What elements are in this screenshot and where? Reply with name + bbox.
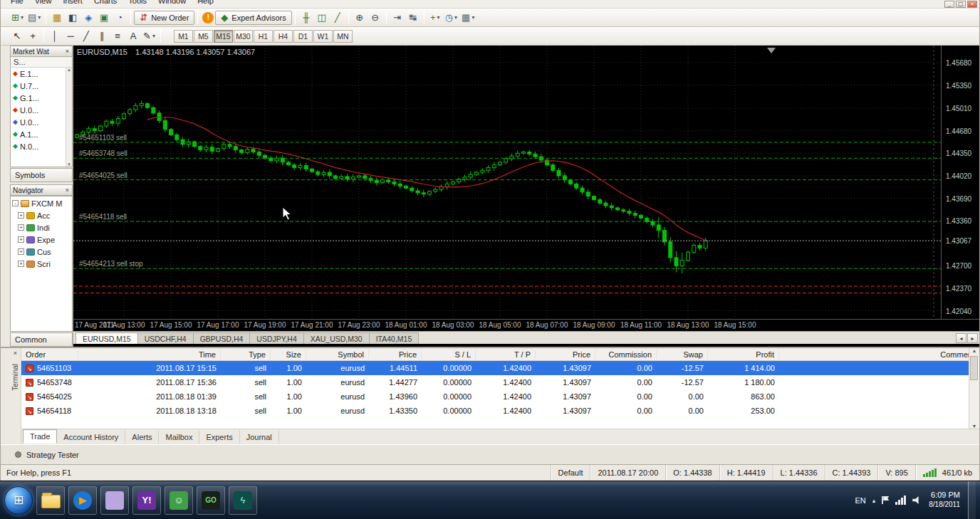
tab-scroll-right-icon[interactable]: ▸ — [967, 333, 978, 343]
common-tab[interactable]: Common — [10, 332, 73, 347]
close-icon[interactable]: × — [13, 350, 18, 357]
tree-expand-icon[interactable]: + — [18, 248, 24, 255]
crosshair-tool[interactable]: + — [25, 29, 41, 43]
templates-button[interactable]: ▦▾ — [459, 11, 476, 25]
menu-window[interactable]: Window — [152, 0, 192, 6]
navigator-item-acc[interactable]: +Acc — [11, 209, 72, 221]
vertical-line-tool[interactable]: │ — [47, 29, 63, 43]
strategy-tester-toggle[interactable]: ◔ — [112, 11, 127, 25]
terminal-tab-experts[interactable]: Experts — [199, 431, 239, 444]
close-button[interactable]: × — [967, 1, 977, 8]
periods-button[interactable]: ◷▾ — [443, 11, 459, 25]
arrows-tool[interactable]: ✎▾ — [141, 29, 157, 43]
close-icon[interactable]: × — [65, 187, 70, 194]
trade-row[interactable]: ↘546540252011.08.18 01:39sell1.00eurusd1… — [21, 389, 969, 404]
chart-tab-usdjpy-h4[interactable]: USDJPY,H4 — [249, 332, 303, 344]
price-scale[interactable]: 1.456801.453501.450101.446801.443501.440… — [941, 46, 979, 319]
column-header-time[interactable]: Time — [78, 350, 221, 359]
chart-tab-eurusd-m15[interactable]: EURUSD,M15 — [75, 332, 138, 344]
timeframe-d1[interactable]: D1 — [293, 30, 313, 43]
column-header-symbol[interactable]: Symbol — [306, 350, 369, 359]
strategy-tester-bar[interactable]: Strategy Tester — [1, 444, 979, 464]
volume-icon[interactable] — [912, 496, 922, 505]
horizontal-line-tool[interactable]: ─ — [63, 29, 78, 43]
network-icon[interactable] — [895, 496, 906, 505]
timeframe-h4[interactable]: H4 — [273, 30, 293, 43]
taskbar-go-app-icon[interactable]: GO — [197, 486, 225, 515]
restore-button[interactable]: ▢ — [956, 1, 966, 8]
menu-tools[interactable]: Tools — [123, 0, 152, 6]
minimize-button[interactable]: _ — [944, 1, 954, 8]
taskbar-trading-app-icon[interactable]: ϟ — [229, 486, 257, 515]
taskbar-messenger-icon[interactable]: Y! — [132, 486, 161, 515]
expert-advisors-button[interactable]: ◆Expert Advisors — [215, 11, 291, 25]
symbols-button[interactable]: Symbols — [10, 168, 73, 182]
market-watch-row[interactable]: ◆N.0... — [11, 140, 72, 152]
column-header-size[interactable]: Size — [271, 350, 306, 359]
show-desktop-button[interactable] — [968, 481, 976, 519]
data-window-toggle[interactable]: ◧ — [65, 11, 80, 25]
chart-canvas[interactable]: EURUSD,M15 1.43148 1.43196 1.43057 1.430… — [73, 46, 941, 319]
line-chart-mode-button[interactable]: ╱ — [330, 11, 345, 25]
tree-expand-icon[interactable]: + — [18, 236, 24, 243]
zoom-out-button[interactable]: ⊖ — [368, 11, 383, 25]
ea-status-icon[interactable]: ! — [202, 12, 214, 23]
trade-row[interactable]: ↘546537482011.08.17 15:36sell1.00eurusd1… — [21, 375, 969, 389]
navigator-root[interactable]: -FXCM M — [11, 197, 72, 209]
scroll-down-icon[interactable]: ▼ — [67, 162, 71, 167]
status-profile[interactable]: Default — [551, 465, 590, 481]
trade-row[interactable]: ↘546511032011.08.17 15:15sell1.00eurusd1… — [21, 361, 969, 375]
scroll-up-icon[interactable]: ▲ — [67, 68, 71, 72]
column-header-comment[interactable]: Comment — [779, 350, 979, 359]
timeframe-m30[interactable]: M30 — [234, 30, 253, 43]
tree-collapse-icon[interactable]: - — [12, 200, 19, 206]
terminal-tab-journal[interactable]: Journal — [240, 431, 279, 444]
column-header-type[interactable]: Type — [221, 350, 271, 359]
navigator-item-scri[interactable]: +Scri — [11, 258, 72, 270]
terminal-toggle[interactable]: ▣ — [96, 11, 112, 25]
column-header-order[interactable]: Order — [21, 350, 78, 359]
terminal-tab-account-history[interactable]: Account History — [57, 431, 125, 444]
market-watch-row[interactable]: ◆U.0... — [11, 116, 72, 128]
market-watch-row[interactable]: ◆U.7... — [11, 80, 72, 92]
scroll-down-icon[interactable]: ▼ — [972, 424, 977, 429]
market-watch-row[interactable]: ◆E.1... — [11, 68, 72, 80]
language-indicator[interactable]: EN — [855, 496, 865, 505]
start-button[interactable]: ⊞ — [4, 486, 33, 515]
market-watch-row[interactable]: ◆U.0... — [11, 104, 72, 116]
menu-insert[interactable]: Insert — [57, 0, 88, 6]
close-icon[interactable]: × — [65, 48, 70, 55]
taskbar-explorer-icon[interactable] — [36, 486, 65, 515]
menu-view[interactable]: View — [29, 0, 58, 6]
menu-charts[interactable]: Charts — [88, 0, 123, 6]
column-header-price[interactable]: Price — [369, 350, 422, 359]
scroll-up-icon[interactable]: ▲ — [972, 348, 977, 353]
zoom-in-button[interactable]: ⊕ — [352, 11, 368, 25]
chart-tab-ita40-m15[interactable]: ITA40,M15 — [369, 332, 419, 344]
trade-row[interactable]: ↘546541182011.08.18 13:18sell1.00eurusd1… — [21, 404, 969, 418]
taskbar-clock[interactable]: 6:09 PM 8/18/2011 — [929, 491, 960, 509]
market-watch-row[interactable]: ◆G.1... — [11, 92, 72, 104]
new-order-button[interactable]: ⇵New Order — [134, 11, 194, 25]
terminal-tab-trade[interactable]: Trade — [23, 429, 57, 444]
tree-expand-icon[interactable]: + — [18, 212, 24, 219]
tree-expand-icon[interactable]: + — [18, 224, 24, 231]
text-tool[interactable]: A — [125, 29, 141, 43]
column-header-commission[interactable]: Commission — [595, 350, 657, 359]
taskbar-notes-icon[interactable] — [100, 486, 129, 515]
column-header-tp[interactable]: T / P — [476, 350, 536, 359]
market-watch-scrollbar[interactable]: ▲▼ — [66, 68, 72, 167]
chart-shift-button[interactable]: ↹ — [405, 11, 421, 25]
chart-tab-usdchf-h4[interactable]: USDCHF,H4 — [137, 332, 194, 344]
navigator-item-indi[interactable]: +Indi — [11, 221, 72, 234]
chart-tab-gbpusd-h4[interactable]: GBPUSD,H4 — [193, 332, 251, 344]
hidden-icons-chevron-icon[interactable]: ▴ — [872, 497, 876, 504]
chart-tab-xau-usd-m30[interactable]: XAU_USD,M30 — [303, 332, 370, 344]
timeframe-w1[interactable]: W1 — [313, 30, 333, 43]
auto-scroll-button[interactable]: ⇥ — [390, 11, 405, 25]
new-chart-button[interactable]: ⊞▾ — [9, 11, 26, 25]
navigator-item-expe[interactable]: +Expe — [11, 234, 72, 246]
column-header-swap[interactable]: Swap — [657, 350, 708, 359]
time-axis[interactable]: 17 Aug 201117 Aug 13:0017 Aug 15:0017 Au… — [73, 319, 979, 331]
channel-tool[interactable]: ∥ — [94, 29, 110, 43]
